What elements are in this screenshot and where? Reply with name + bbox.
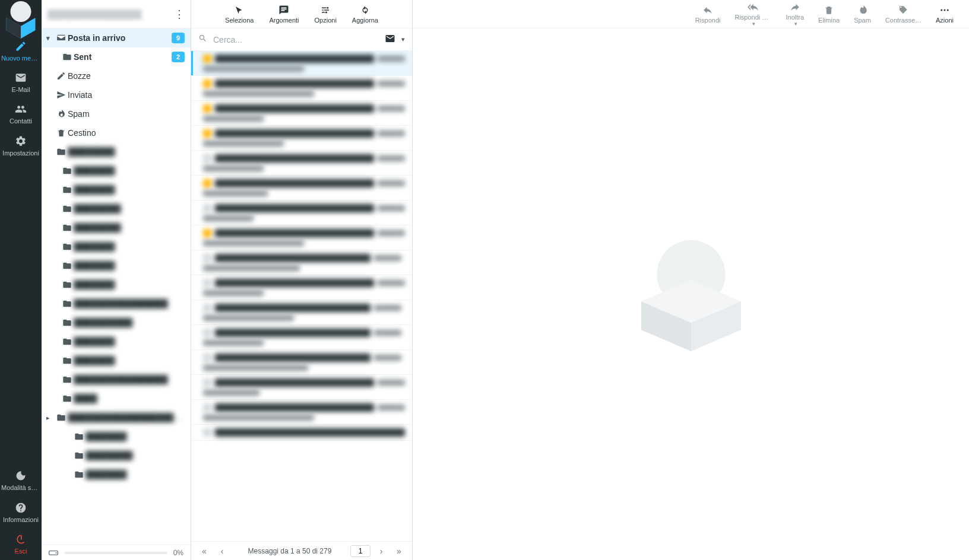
message-item[interactable]	[191, 151, 412, 176]
folder-custom[interactable]: ████	[42, 389, 191, 408]
message-item[interactable]	[191, 76, 412, 101]
message-item[interactable]	[191, 325, 412, 350]
message-item[interactable]	[191, 275, 412, 300]
nav-mail[interactable]: E-Mail	[0, 67, 42, 98]
folder-label: Inviata	[68, 90, 185, 100]
replyall-button[interactable]: Rispondi a t…▾	[729, 0, 777, 29]
quota-bar: 0%	[42, 545, 191, 560]
folder-custom[interactable]: ▸████████████████████	[42, 408, 191, 427]
refresh-button[interactable]: Aggiorna	[346, 2, 384, 26]
chevron-down-icon[interactable]: ▾	[46, 34, 55, 42]
plane-icon	[55, 90, 68, 100]
folder-custom[interactable]: ███████	[42, 161, 191, 180]
pager-text: Messaggi da 1 a 50 di 279	[233, 547, 347, 555]
page-input[interactable]	[350, 545, 370, 557]
quota-percent: 0%	[173, 549, 183, 557]
svg-point-0	[11, 1, 31, 22]
delete-button[interactable]: Elimina	[812, 2, 846, 26]
page-prev[interactable]: ‹	[215, 546, 229, 556]
nav-contacts[interactable]: Contatti	[0, 98, 42, 130]
message-item[interactable]	[191, 350, 412, 375]
nav-info[interactable]: Informazioni	[0, 497, 42, 529]
inbox-icon	[55, 33, 68, 43]
select-button[interactable]: Seleziona	[219, 2, 259, 26]
trash-icon	[55, 128, 68, 138]
folder-custom[interactable]: ███████	[42, 351, 191, 370]
page-last[interactable]: »	[392, 546, 406, 556]
folder-custom[interactable]: ███████	[42, 332, 191, 351]
folder-label: Sent	[74, 52, 172, 62]
folder-trash[interactable]: ▾ Cestino	[42, 123, 191, 142]
message-list	[191, 51, 412, 541]
nav-darkmode[interactable]: Modalità sc…	[0, 465, 42, 497]
message-item[interactable]	[191, 300, 412, 325]
page-first[interactable]: «	[197, 546, 211, 556]
message-item[interactable]	[191, 375, 412, 400]
threads-button[interactable]: Argomenti	[263, 2, 305, 26]
folder-custom[interactable]: ██████████	[42, 313, 191, 332]
message-item[interactable]	[191, 201, 412, 225]
search-dropdown[interactable]: ▾	[401, 36, 405, 43]
message-item[interactable]	[191, 225, 412, 250]
folder-custom[interactable]: ████████	[42, 446, 191, 465]
unread-badge: 2	[172, 52, 185, 62]
folder-inbox[interactable]: ▾ Posta in arrivo 9	[42, 28, 191, 47]
account-menu-button[interactable]: ⋮	[174, 8, 185, 21]
empty-inbox-icon	[620, 223, 762, 365]
folder-custom[interactable]: ▾████████	[42, 142, 191, 161]
folder-drafts[interactable]: ▾ Bozze	[42, 66, 191, 85]
disk-icon	[49, 549, 58, 556]
folder-custom[interactable]: ████████	[42, 218, 191, 237]
message-item[interactable]	[191, 176, 412, 201]
app-logo	[0, 4, 42, 32]
search-scope-icon[interactable]	[385, 33, 395, 46]
svg-point-5	[947, 9, 949, 11]
nav-logout[interactable]: Esci	[0, 529, 42, 560]
folder-custom[interactable]: ████████████████	[42, 370, 191, 389]
message-item[interactable]	[191, 101, 412, 126]
folder-sent-sub[interactable]: Sent 2	[42, 47, 191, 66]
pencil-icon	[55, 71, 68, 81]
folder-custom[interactable]: ███████	[42, 275, 191, 294]
folder-custom[interactable]: ████████	[42, 199, 191, 218]
nav-rail: Nuovo mes… E-Mail Contatti Impostazioni …	[0, 0, 42, 560]
message-item[interactable]	[191, 425, 412, 441]
compose-button[interactable]: Nuovo mes…	[0, 36, 42, 67]
unread-badge: 9	[172, 33, 185, 43]
folder-label: Spam	[68, 109, 185, 119]
folder-panel: ████████████████ ⋮ ▾ Posta in arrivo 9 S…	[42, 0, 191, 560]
folder-custom[interactable]: ███████	[42, 465, 191, 484]
account-name: ████████████████	[48, 9, 174, 19]
actions-button[interactable]: Azioni	[930, 2, 960, 26]
svg-point-3	[940, 9, 942, 11]
forward-button[interactable]: Inoltra▾	[780, 0, 810, 29]
search-input[interactable]	[213, 35, 379, 44]
options-button[interactable]: Opzioni	[309, 2, 343, 26]
folder-custom[interactable]: ███████	[42, 237, 191, 256]
svg-point-4	[944, 9, 946, 11]
search-row: ▾	[191, 28, 412, 51]
folder-sent[interactable]: ▾ Inviata	[42, 85, 191, 104]
junk-button[interactable]: Spam	[848, 2, 877, 26]
page-next[interactable]: ›	[374, 546, 388, 556]
folder-custom[interactable]: ████████████████	[42, 294, 191, 313]
message-item[interactable]	[191, 51, 412, 76]
mark-button[interactable]: Contrasse…	[879, 2, 927, 26]
message-item[interactable]	[191, 126, 412, 151]
message-item[interactable]	[191, 400, 412, 425]
folder-custom[interactable]: ███████	[42, 256, 191, 275]
list-toolbar: Seleziona Argomenti Opzioni Aggiorna	[191, 0, 412, 28]
folder-label: Posta in arrivo	[68, 33, 172, 43]
preview-panel: Rispondi Rispondi a t…▾ Inoltra▾ Elimina…	[413, 0, 969, 560]
nav-settings[interactable]: Impostazioni	[0, 131, 42, 162]
message-list-panel: Seleziona Argomenti Opzioni Aggiorna ▾	[191, 0, 413, 560]
message-item[interactable]	[191, 250, 412, 275]
folder-spam[interactable]: ▾ Spam	[42, 104, 191, 123]
reply-button[interactable]: Rispondi	[689, 2, 727, 26]
message-toolbar: Rispondi Rispondi a t…▾ Inoltra▾ Elimina…	[413, 0, 969, 28]
fire-icon	[55, 109, 68, 119]
search-icon	[198, 34, 207, 45]
folder-custom[interactable]: ███████	[42, 427, 191, 446]
folder-custom[interactable]: ███████	[42, 180, 191, 199]
empty-preview	[413, 28, 969, 560]
